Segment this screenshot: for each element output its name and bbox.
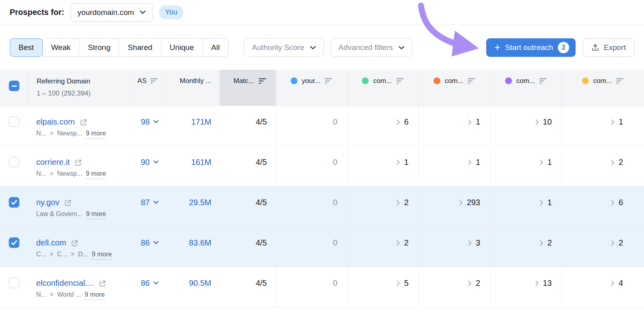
row-checkbox[interactable] [9, 278, 19, 288]
competitor-column-header[interactable]: your... [276, 70, 347, 106]
chevron-right-icon[interactable] [396, 200, 400, 206]
your-domain-backlinks-cell: 0 [276, 146, 347, 186]
authority-score-value[interactable]: 87 [141, 198, 150, 207]
referring-domain-cell: dell.com C... > C... > D... 9 more [28, 227, 129, 267]
chevron-right-icon[interactable] [468, 119, 472, 125]
match-score-value: 4/5 [256, 198, 267, 207]
sort-icon[interactable] [325, 78, 333, 84]
referring-domain-link[interactable]: elpais.com [36, 116, 75, 128]
row-checkbox-cell [0, 267, 28, 307]
referring-domain-column-header[interactable]: Referring Domain 1 – 100 (292,394) [28, 70, 129, 106]
external-link-icon[interactable] [74, 159, 82, 166]
chevron-right-icon[interactable] [468, 240, 472, 246]
more-categories-link[interactable]: 9 more [85, 290, 105, 300]
referring-domain-link[interactable]: corriere.it [36, 156, 70, 168]
chevron-right-icon[interactable] [611, 200, 615, 206]
monthly-visits-link[interactable]: 90.5M [189, 278, 211, 288]
tab-shared[interactable]: Shared [119, 38, 161, 57]
monthly-visits-link[interactable]: 161M [191, 157, 211, 167]
more-categories-link[interactable]: 9 more [86, 129, 106, 139]
chevron-right-icon[interactable] [540, 200, 543, 206]
chevron-right-icon[interactable] [535, 119, 539, 125]
tab-strong[interactable]: Strong [79, 38, 119, 57]
tab-weak[interactable]: Weak [42, 38, 79, 57]
row-checkbox[interactable] [9, 157, 19, 167]
chevron-down-icon[interactable] [153, 160, 159, 164]
more-categories-link[interactable]: 9 more [86, 169, 106, 179]
competitor-backlinks-cell: 2 [562, 146, 644, 186]
monthly-visits-link[interactable]: 29.5M [189, 198, 211, 207]
sort-icon[interactable] [539, 78, 547, 84]
authority-score-filter[interactable]: Authority Score [244, 38, 324, 57]
sort-icon[interactable] [616, 78, 624, 84]
sort-icon[interactable] [151, 78, 159, 84]
more-categories-link[interactable]: 9 more [92, 250, 112, 260]
domain-selector-dropdown[interactable]: yourdomain.com [71, 3, 153, 22]
start-outreach-button[interactable]: + Start outreach 2 [486, 38, 576, 57]
chevron-right-icon[interactable] [396, 240, 400, 246]
monthly-visits-cell: 171M [165, 106, 219, 146]
chevron-right-icon[interactable] [611, 119, 615, 125]
backlink-count: 293 [467, 198, 480, 207]
monthly-visits-column-header[interactable]: Monthly ... [165, 70, 219, 106]
competitor-backlinks-cell: 1 [419, 106, 490, 146]
competitor-column-header[interactable]: com... [562, 70, 644, 106]
external-link-icon[interactable] [80, 119, 87, 126]
chevron-right-icon[interactable] [396, 281, 400, 286]
row-checkbox[interactable] [9, 116, 19, 127]
row-checkbox[interactable] [9, 237, 19, 248]
export-button[interactable]: Export [583, 38, 634, 57]
chevron-down-icon[interactable] [153, 120, 159, 123]
authority-score-value[interactable]: 86 [141, 278, 150, 288]
table-row: ny.gov Law & Govern... 9 more 87 29.5M [0, 187, 644, 227]
chevron-right-icon[interactable] [468, 160, 472, 165]
select-all-checkbox[interactable] [9, 81, 19, 91]
monthly-visits-cell: 83.6M [165, 227, 219, 267]
chevron-right-icon[interactable] [396, 160, 400, 165]
more-categories-link[interactable]: 9 more [86, 210, 106, 219]
competitor-column-header[interactable]: com... [419, 70, 490, 106]
monthly-visits-link[interactable]: 83.6M [189, 238, 211, 248]
chevron-down-icon[interactable] [153, 241, 159, 244]
chevron-right-icon[interactable] [468, 281, 472, 286]
authority-score-value[interactable]: 98 [141, 117, 150, 127]
authority-score-value[interactable]: 90 [141, 157, 150, 167]
chevron-right-icon[interactable] [611, 240, 615, 246]
chevron-right-icon[interactable] [459, 200, 463, 206]
external-link-icon[interactable] [71, 239, 78, 247]
chevron-right-icon[interactable] [611, 281, 615, 286]
sort-icon[interactable] [468, 78, 476, 84]
sort-icon-active[interactable] [259, 78, 267, 84]
tab-all[interactable]: All [202, 38, 229, 57]
row-checkbox[interactable] [9, 197, 19, 208]
referring-domain-link[interactable]: ny.gov [36, 196, 59, 208]
tab-unique[interactable]: Unique [161, 38, 203, 57]
backlink-count: 2 [404, 238, 409, 248]
competitor-column-header[interactable]: com... [490, 70, 562, 106]
referring-domain-link[interactable]: elconfidencial.... [36, 277, 94, 289]
competitor-backlinks-cell: 1 [419, 146, 490, 186]
match-column-header-sorted[interactable]: Matc... [219, 70, 276, 106]
chevron-right-icon[interactable] [540, 160, 543, 165]
row-checkbox-cell [0, 187, 28, 227]
authority-score-value[interactable]: 86 [141, 238, 150, 248]
chevron-down-icon[interactable] [153, 201, 159, 204]
backlink-count: 1 [547, 157, 552, 167]
chevron-down-icon[interactable] [153, 281, 159, 285]
chevron-right-icon[interactable] [611, 160, 615, 165]
external-link-icon[interactable] [99, 280, 106, 287]
chevron-right-icon[interactable] [535, 281, 539, 286]
competitor-column-label: com... [593, 77, 612, 85]
tab-best[interactable]: Best [10, 38, 43, 57]
monthly-visits-link[interactable]: 171M [191, 117, 211, 127]
chevron-right-icon[interactable] [540, 240, 543, 246]
sort-icon[interactable] [396, 78, 405, 84]
advanced-filters-dropdown[interactable]: Advanced filters [330, 38, 413, 57]
export-icon [591, 44, 599, 52]
chevron-right-icon[interactable] [396, 119, 400, 125]
authority-score-column-header[interactable]: AS [129, 70, 165, 106]
competitor-column-header[interactable]: com... [347, 70, 419, 106]
external-link-icon[interactable] [64, 199, 72, 207]
referring-domain-link[interactable]: dell.com [36, 237, 66, 249]
select-all-cell [0, 70, 28, 106]
